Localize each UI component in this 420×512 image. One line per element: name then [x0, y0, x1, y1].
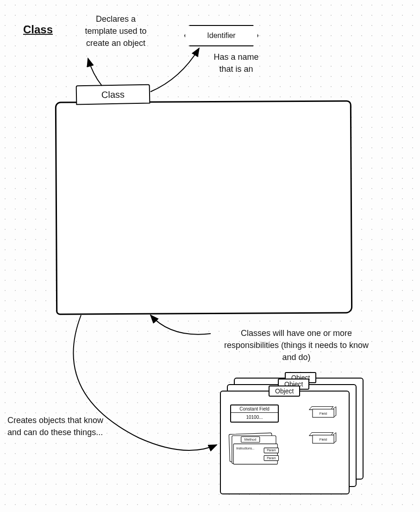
object-method: Method Instructions... Param Param [230, 437, 286, 470]
annotation-declares: Declares atemplate used tocreate an obje… [69, 13, 162, 49]
object-stack: Object Object Object Constant Field 1010… [220, 378, 368, 498]
class-container [55, 100, 352, 315]
object-constant-field-value: 10100... [231, 413, 278, 422]
object-method-param-2: Param [264, 455, 279, 461]
arrow-class-to-identifier [150, 48, 199, 92]
annotation-responsibilities: Classes will have one or moreresponsibil… [194, 327, 398, 363]
object-field-1: Field [310, 406, 337, 418]
object-tab-1: Object [269, 386, 300, 397]
page-title: Class [23, 23, 53, 36]
object-method-instructions: Instructions... [236, 447, 254, 450]
object-constant-field-label: Constant Field [231, 405, 278, 413]
object-method-param-1: Param [264, 448, 279, 453]
annotation-has-name: Has a namethat is an [194, 51, 278, 75]
object-field-2: Field [310, 432, 337, 444]
object-constant-field: Constant Field 10100... [230, 405, 279, 423]
class-tab-label: Class [101, 89, 125, 100]
annotation-creates-objects: Creates objects that knowand can do thes… [7, 414, 151, 438]
class-tab: Class [76, 84, 150, 105]
identifier-label: Identifier [207, 32, 235, 40]
object-method-body: Instructions... [233, 443, 278, 464]
object-field-label-1: Field [312, 409, 334, 418]
identifier-shape: Identifier [184, 25, 258, 46]
arrow-class-to-declares [88, 58, 102, 86]
object-field-label-2: Field [312, 435, 334, 444]
object-method-tab: Method [241, 436, 260, 442]
